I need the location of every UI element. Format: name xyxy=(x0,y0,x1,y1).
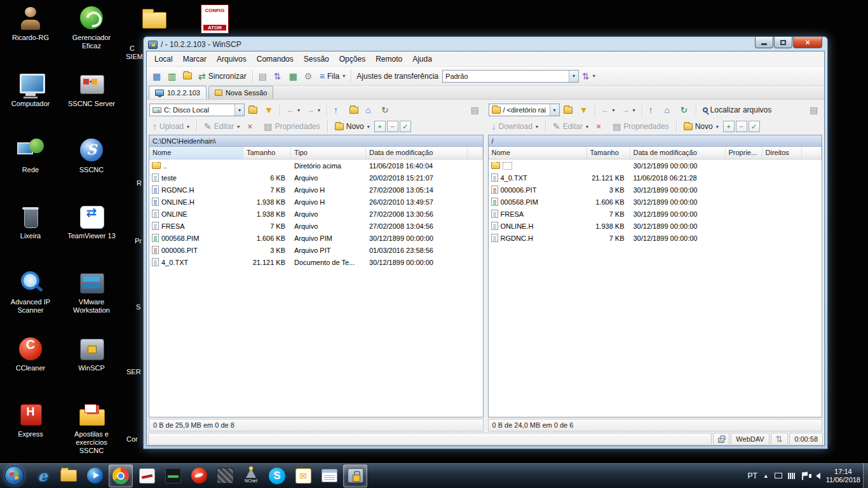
compare-button[interactable]: ▤ xyxy=(255,69,271,84)
desktop-icon[interactable]: WinSCP xyxy=(66,334,117,400)
folders-button[interactable] xyxy=(180,69,195,84)
menu-item[interactable]: Comandos xyxy=(252,52,299,66)
menu-item[interactable]: Marcar xyxy=(178,52,212,66)
chevron-down-icon[interactable]: ▾ xyxy=(234,104,244,116)
file-row[interactable]: ONLINE 1.938 KB Arquivo 27/02/2008 13:30… xyxy=(149,208,483,220)
column-header-tamanho[interactable]: Tamanho xyxy=(243,147,291,159)
properties-button[interactable]: ▤Propriedades xyxy=(609,119,672,134)
file-row[interactable]: 000006.PIT 3 KB 30/12/1899 00:00:00 xyxy=(489,184,822,196)
ncnet-button[interactable]: NCnet xyxy=(239,464,263,487)
volume-icon[interactable] xyxy=(816,473,820,479)
remote-directory-combo[interactable]: / <diretório rai ▾ xyxy=(489,104,560,116)
internet-explorer-button[interactable]: e xyxy=(31,464,55,487)
file-row[interactable]: 4_0.TXT 21.121 KB Documento de Te... 30/… xyxy=(149,256,483,268)
close-button[interactable]: × xyxy=(793,37,822,48)
chevron-down-icon[interactable]: ▾ xyxy=(550,104,559,116)
panels-button[interactable]: ▥ xyxy=(165,69,180,84)
language-indicator[interactable]: PT xyxy=(747,471,757,480)
download-button[interactable]: ↓Download▾ xyxy=(489,119,541,134)
file-row[interactable]: RGDNC.H 7 KB 30/12/1899 00:00:00 xyxy=(489,232,822,244)
outlook-button[interactable]: ✉ xyxy=(291,464,315,487)
title-bar[interactable]: / - 10.2.2.103 - WinSCP xyxy=(146,37,825,51)
session-tab[interactable]: 10.2.2.103 xyxy=(149,86,207,99)
desktop-icon[interactable]: VMware Workstation xyxy=(66,268,117,334)
directory-tree-button[interactable]: ▤ xyxy=(468,102,483,118)
winscp-taskbar-button[interactable] xyxy=(343,464,367,487)
file-row[interactable]: ONLINE.H 1.938 KB Arquivo H 26/02/2010 1… xyxy=(149,196,483,208)
commander-view-button[interactable]: ▦ xyxy=(286,69,301,84)
display-tray-icon[interactable] xyxy=(775,473,782,478)
menu-item[interactable]: Arquivos xyxy=(212,52,252,66)
desktop-icon[interactable]: Lixeira xyxy=(5,202,56,268)
open-directory-button[interactable] xyxy=(560,102,576,118)
desktop-icon[interactable]: Rede xyxy=(5,136,56,202)
column-header-direitos[interactable]: Direitos xyxy=(763,147,802,159)
select-remove-button[interactable]: − xyxy=(387,121,398,132)
desktop-icon[interactable]: SSCNC xyxy=(66,136,117,202)
desktop-icon[interactable]: Apostilas e exercícios SSCNC xyxy=(66,400,117,466)
tools-app-button[interactable] xyxy=(213,464,237,487)
column-header-nome[interactable]: Nome xyxy=(489,147,587,159)
taskbar-clock[interactable]: 17:14 11/06/2018 xyxy=(826,468,860,484)
file-row[interactable]: .. Diretório acima 11/06/2018 16:40:04 xyxy=(149,159,483,172)
new-button[interactable]: Novo▾ xyxy=(332,119,373,134)
new-button[interactable]: Novo▾ xyxy=(681,119,722,134)
protocol-segment[interactable]: WebDAV xyxy=(731,433,769,445)
delete-button[interactable]: × xyxy=(593,119,608,134)
refresh-button[interactable]: ↻ xyxy=(677,102,693,118)
desktop-icon[interactable]: Ricardo-RG xyxy=(5,4,56,70)
encryption-segment[interactable] xyxy=(713,433,729,445)
home-directory-button[interactable]: ⌂ xyxy=(362,102,377,118)
desktop-icon[interactable]: SSCNC Server xyxy=(66,70,117,136)
select-remove-button[interactable]: − xyxy=(736,121,747,132)
column-header-tipo[interactable]: Tipo xyxy=(291,147,366,159)
transfer-mode-button[interactable]: ⇅ xyxy=(271,69,286,84)
column-header-nome[interactable]: Nome xyxy=(149,147,243,159)
edit-button[interactable]: ✎Editar▾ xyxy=(201,119,243,134)
refresh-button[interactable]: ↻ xyxy=(378,102,393,118)
select-toggle-button[interactable]: ✓ xyxy=(400,121,411,132)
desktop-icon-partial-folder[interactable] xyxy=(140,3,168,33)
filter-button[interactable]: ▼ xyxy=(261,102,276,118)
remote-path-bar[interactable]: / xyxy=(489,135,822,147)
select-add-button[interactable]: + xyxy=(374,121,386,132)
menu-item[interactable]: Opções xyxy=(334,52,370,66)
chevron-down-icon[interactable]: ▾ xyxy=(569,71,578,82)
file-row[interactable]: RGDNC.H 7 KB Arquivo H 27/02/2008 13:05:… xyxy=(149,184,483,196)
local-path-bar[interactable]: C:\DNC\Heidenhain\ xyxy=(149,135,483,147)
column-header-data[interactable]: Data de modificação xyxy=(630,147,726,159)
file-row[interactable]: 4_0.TXT 21.121 KB 11/06/2018 06:21:28 xyxy=(489,172,822,184)
column-header-data[interactable]: Data de modificação xyxy=(366,147,468,159)
select-toggle-button[interactable]: ✓ xyxy=(749,121,760,132)
minimize-button[interactable] xyxy=(755,37,773,48)
file-row[interactable]: 30/12/1899 00:00:00 xyxy=(489,159,822,172)
back-button[interactable]: ←▾ xyxy=(283,102,303,118)
desktop-icon[interactable]: Express xyxy=(5,400,56,466)
file-row[interactable]: ONLINE.H 1.938 KB 30/12/1899 00:00:00 xyxy=(489,220,822,232)
heidenhain-button[interactable] xyxy=(161,464,185,487)
menu-item[interactable]: Ajuda xyxy=(407,52,437,66)
transfer-options-button[interactable]: ⇅▾ xyxy=(579,69,599,84)
desktop-icon[interactable]: CCleaner xyxy=(5,334,56,400)
column-header-proprietario[interactable]: Proprie... xyxy=(726,147,763,159)
forward-button[interactable]: →▾ xyxy=(304,102,323,118)
queue-button[interactable]: ≡Fila▾ xyxy=(316,69,349,84)
network-signal-icon[interactable] xyxy=(788,473,796,479)
start-button[interactable] xyxy=(0,463,28,488)
file-row[interactable]: 000006.PIT 3 KB Arquivo PIT 01/03/2016 2… xyxy=(149,244,483,256)
edit-button[interactable]: ✎Editar▾ xyxy=(550,119,592,134)
open-directory-button[interactable] xyxy=(245,102,261,118)
upload-button[interactable]: ↑Upload▾ xyxy=(149,119,193,134)
filter-button[interactable]: ▼ xyxy=(576,102,592,118)
preferences-button[interactable]: ⚙ xyxy=(301,69,316,84)
local-drive-combo[interactable]: C: Disco Local ▾ xyxy=(149,104,245,116)
desktop-icon[interactable]: Gerenciador Eficaz xyxy=(66,4,117,70)
forward-button[interactable]: →▾ xyxy=(619,102,639,118)
transfer-preset-combo[interactable]: Padrão ▾ xyxy=(442,70,579,83)
desktop-icon[interactable]: Computador xyxy=(5,70,56,136)
root-directory-button[interactable] xyxy=(346,102,362,118)
find-files-button[interactable]: Localizar arquivos xyxy=(700,102,775,118)
select-add-button[interactable]: + xyxy=(723,121,735,132)
action-center-icon[interactable] xyxy=(802,471,808,480)
rgdnc-button[interactable] xyxy=(135,464,159,487)
